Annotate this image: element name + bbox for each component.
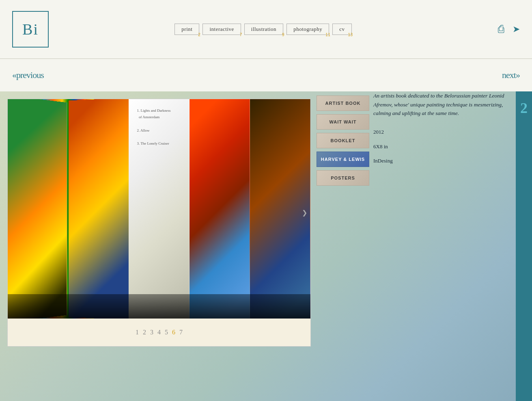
send-icon[interactable]: ➤ — [513, 24, 520, 35]
book-page-2 — [69, 99, 129, 319]
sidebar-page-number: 2 — [520, 100, 528, 117]
page-dot-2[interactable]: 2 — [143, 329, 146, 336]
nav-btn-print[interactable]: print2 — [174, 24, 199, 35]
nav-arrows: «previous next» — [0, 59, 532, 91]
page-dot-7[interactable]: 7 — [179, 329, 183, 336]
book-page-4 — [190, 99, 250, 319]
sidebar-number: 2 — [516, 91, 532, 401]
desc-dimensions: 6X8 in — [373, 143, 512, 151]
nav-btn-photography[interactable]: photography11 — [286, 24, 329, 35]
menu-btn-booklet[interactable]: BOOKLET — [317, 133, 369, 148]
page-dot-5[interactable]: 5 — [165, 329, 168, 336]
main-image: 1. Lights and Darkness of Amsterdam 2. A… — [8, 99, 310, 319]
mobile-icon[interactable]: ⎙ — [498, 23, 504, 35]
book-page-3: 1. Lights and Darkness of Amsterdam 2. A… — [129, 99, 189, 319]
page-dot-4[interactable]: 4 — [157, 329, 161, 336]
main-content: 2 1. Lights and Darkness of Amsterdam 2.… — [0, 91, 532, 401]
menu-btn-posters[interactable]: POSTERS — [317, 170, 369, 186]
menu-btn-harvey-&-lewis[interactable]: HARVEY & LEWIS — [317, 152, 369, 167]
header: Bi print2interactive7illustration9photog… — [0, 0, 532, 59]
scroll-indicator: ❯ — [302, 209, 307, 217]
nav-btn-cv[interactable]: cv13 — [332, 24, 351, 35]
pagination: 1234567 — [8, 319, 310, 346]
description-panel: An artists book dedicated to the Belorus… — [373, 91, 512, 171]
menu-btn-wait-wait[interactable]: WAIT WAIT — [317, 114, 369, 130]
image-container: 1. Lights and Darkness of Amsterdam 2. A… — [7, 99, 311, 347]
book-visual: 1. Lights and Darkness of Amsterdam 2. A… — [8, 99, 310, 319]
page-dot-3[interactable]: 3 — [150, 329, 153, 336]
page-dot-1[interactable]: 1 — [136, 329, 139, 336]
page-dot-6[interactable]: 6 — [172, 329, 175, 336]
nav-badge-print: 2 — [198, 33, 200, 37]
nav-badge-interactive: 7 — [240, 33, 242, 37]
menu-btn-artist-book[interactable]: ARTIST BOOK — [317, 95, 369, 111]
desc-software: InDesing — [373, 157, 512, 165]
nav-badge-illustration: 9 — [282, 33, 284, 37]
prev-arrow[interactable]: «previous — [12, 70, 44, 80]
nav-badge-photography: 11 — [325, 33, 330, 37]
menu-container: ARTIST BOOKWAIT WAITBOOKLETHARVEY & LEWI… — [317, 95, 369, 189]
header-icons: ⎙ ➤ — [498, 23, 520, 35]
book-page-5 — [250, 99, 310, 319]
nav-btn-illustration[interactable]: illustration9 — [244, 24, 283, 35]
book-page-1 — [8, 99, 67, 319]
next-arrow[interactable]: next» — [502, 70, 520, 80]
book-reflection — [8, 294, 310, 319]
description-text: An artists book dedicated to the Belorus… — [373, 91, 512, 118]
nav-btn-interactive[interactable]: interactive7 — [202, 24, 241, 35]
nav-badge-cv: 13 — [348, 33, 353, 37]
desc-year: 2012 — [373, 128, 512, 137]
main-nav: print2interactive7illustration9photograp… — [28, 24, 498, 35]
